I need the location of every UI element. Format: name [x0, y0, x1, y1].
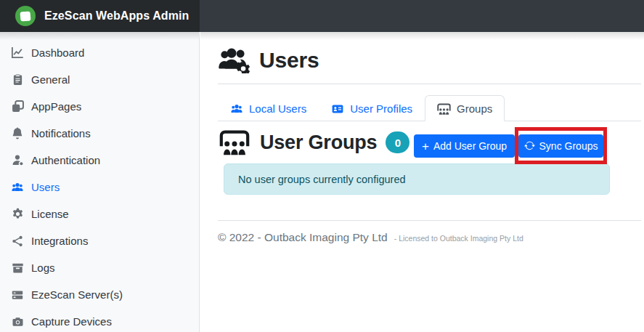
id-card-icon: [331, 103, 344, 115]
sidebar-item-label: Users: [31, 181, 60, 193]
sidebar-item-label: Authentication: [31, 154, 100, 166]
camera-icon: [10, 316, 25, 328]
server-icon: [10, 289, 25, 301]
sidebar-item-label: Capture Devices: [31, 315, 112, 328]
sidebar: Dashboard General AppPages Notifications…: [0, 32, 200, 332]
sidebar-item-label: AppPages: [31, 100, 81, 113]
tab-local-users[interactable]: Local Users: [218, 95, 319, 121]
annotation-highlight: Sync Groups: [515, 127, 607, 164]
clipboard-icon: [10, 73, 25, 86]
sidebar-item-label: Dashboard: [31, 46, 84, 59]
app-window: EzeScan WebApps Admin Dashboard General …: [0, 0, 644, 332]
add-user-group-label: Add User Group: [433, 140, 507, 152]
title-divider: [218, 84, 641, 84]
group-count-badge: 0: [386, 131, 409, 153]
brand-logo-icon: [15, 6, 36, 26]
sidebar-item-logs[interactable]: Logs: [0, 254, 199, 281]
tab-user-profiles[interactable]: User Profiles: [319, 95, 425, 121]
sidebar-item-label: EzeScan Server(s): [31, 288, 123, 301]
tab-label: User Profiles: [350, 102, 412, 115]
license-text: - Licensed to Outback Imaging Pty Ltd: [394, 234, 523, 243]
bell-icon: [10, 127, 25, 139]
sidebar-item-label: License: [31, 208, 69, 220]
person-badge-icon: [10, 154, 25, 166]
sidebar-item-general[interactable]: General: [0, 66, 199, 93]
tab-groups[interactable]: Groups: [425, 95, 505, 121]
sync-groups-label: Sync Groups: [539, 140, 598, 152]
tab-label: Local Users: [249, 102, 306, 115]
sidebar-item-label: Notifications: [31, 127, 91, 139]
footer-divider: [218, 220, 641, 221]
navbar-brand[interactable]: EzeScan WebApps Admin: [0, 0, 200, 32]
footer: © 2022 - Outback Imaging Pty Ltd - Licen…: [218, 231, 523, 244]
sidebar-item-label: Integrations: [31, 235, 88, 247]
page-title-row: Users: [218, 46, 319, 73]
users-frame-icon: [219, 129, 250, 155]
share-nodes-icon: [10, 235, 25, 247]
sync-groups-button[interactable]: Sync Groups: [518, 134, 604, 158]
top-navbar: EzeScan WebApps Admin: [0, 0, 644, 32]
main-content: Users Local Users User Profiles Group: [200, 32, 644, 332]
sidebar-item-license[interactable]: License: [0, 201, 199, 227]
sidebar-item-dashboard[interactable]: Dashboard: [0, 39, 199, 66]
archive-icon: [10, 262, 25, 274]
brand-title: EzeScan WebApps Admin: [44, 9, 189, 23]
user-groups-header: User Groups 0: [219, 129, 409, 155]
sync-icon: [524, 140, 535, 151]
copyright-text: © 2022 - Outback Imaging Pty Ltd: [218, 231, 388, 244]
tab-bar: Local Users User Profiles Groups: [218, 95, 641, 121]
tab-label: Groups: [457, 102, 492, 115]
section-title: User Groups: [260, 131, 377, 154]
sidebar-item-ezescan-servers[interactable]: EzeScan Server(s): [0, 281, 199, 308]
sidebar-item-integrations[interactable]: Integrations: [0, 227, 199, 254]
sidebar-item-users[interactable]: Users: [0, 174, 199, 201]
users-gear-icon: [218, 46, 250, 73]
plus-icon: +: [422, 140, 429, 153]
users-frame-icon: [437, 103, 451, 115]
gear-icon: [10, 208, 25, 220]
people-icon: [230, 103, 243, 115]
sidebar-item-label: Logs: [31, 262, 55, 274]
add-user-group-button[interactable]: + Add User Group: [414, 134, 515, 158]
empty-state-alert: No user groups currently configured: [224, 163, 610, 195]
chart-line-icon: [10, 46, 25, 59]
sidebar-item-label: General: [31, 73, 70, 86]
sidebar-item-notifications[interactable]: Notifications: [0, 120, 199, 147]
sidebar-item-authentication[interactable]: Authentication: [0, 147, 199, 174]
sidebar-item-capture-devices[interactable]: Capture Devices: [0, 308, 199, 332]
sidebar-item-apppages[interactable]: AppPages: [0, 93, 199, 120]
window-stack-icon: [10, 100, 25, 113]
page-title: Users: [259, 48, 319, 73]
people-icon: [10, 182, 25, 193]
